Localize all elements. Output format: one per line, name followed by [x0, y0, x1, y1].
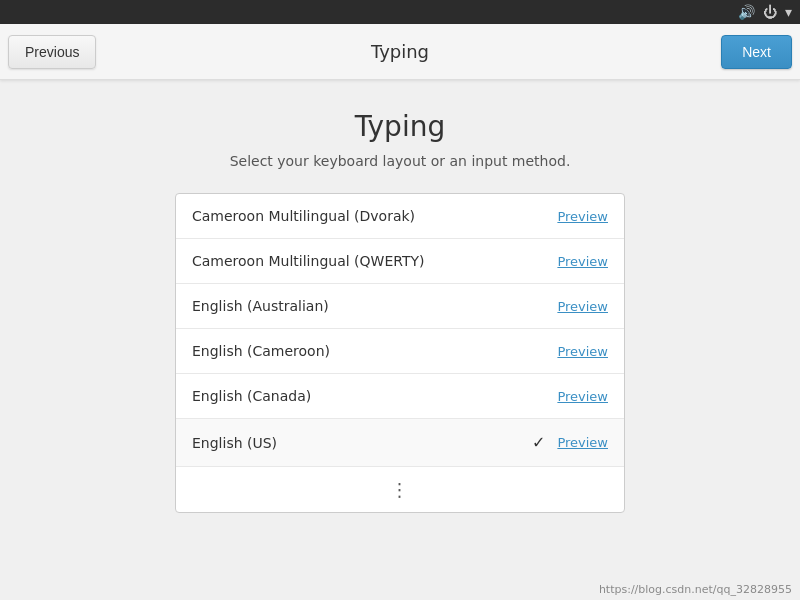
main-content: Typing Select your keyboard layout or an…	[0, 80, 800, 533]
preview-link[interactable]: Preview	[557, 254, 608, 269]
keyboard-name: Cameroon Multilingual (Dvorak)	[192, 208, 415, 224]
keyboard-list-item[interactable]: Cameroon Multilingual (QWERTY)Preview	[176, 239, 624, 284]
preview-link[interactable]: Preview	[557, 389, 608, 404]
page-subtitle: Select your keyboard layout or an input …	[230, 153, 571, 169]
keyboard-name: English (Canada)	[192, 388, 311, 404]
keyboard-list-item[interactable]: English (Australian)Preview	[176, 284, 624, 329]
selected-checkmark-icon: ✓	[532, 433, 545, 452]
keyboard-item-right: Preview	[557, 254, 608, 269]
keyboard-name: English (Australian)	[192, 298, 329, 314]
keyboard-name: Cameroon Multilingual (QWERTY)	[192, 253, 425, 269]
preview-link[interactable]: Preview	[557, 435, 608, 450]
nav-bar: Previous Typing Next	[0, 24, 800, 80]
keyboard-list-item[interactable]: Cameroon Multilingual (Dvorak)Preview	[176, 194, 624, 239]
keyboard-list: Cameroon Multilingual (Dvorak)PreviewCam…	[175, 193, 625, 513]
previous-button[interactable]: Previous	[8, 35, 96, 69]
keyboard-item-right: ✓Preview	[532, 433, 608, 452]
keyboard-list-item[interactable]: English (Cameroon)Preview	[176, 329, 624, 374]
keyboard-name: English (US)	[192, 435, 277, 451]
keyboard-name: English (Cameroon)	[192, 343, 330, 359]
keyboard-list-item[interactable]: English (Canada)Preview	[176, 374, 624, 419]
url-bar: https://blog.csdn.net/qq_32828955	[591, 579, 800, 600]
nav-title: Typing	[371, 41, 429, 62]
preview-link[interactable]: Preview	[557, 209, 608, 224]
more-options-button[interactable]: ⋮	[176, 467, 624, 512]
page-title: Typing	[355, 110, 445, 143]
keyboard-item-right: Preview	[557, 209, 608, 224]
keyboard-item-right: Preview	[557, 344, 608, 359]
keyboard-list-item[interactable]: English (US)✓Preview	[176, 419, 624, 467]
keyboard-item-right: Preview	[557, 389, 608, 404]
system-bar: 🔊 ⏻ ▾	[0, 0, 800, 24]
volume-icon[interactable]: 🔊	[738, 4, 755, 20]
dropdown-icon[interactable]: ▾	[785, 4, 792, 20]
power-icon[interactable]: ⏻	[763, 4, 777, 20]
preview-link[interactable]: Preview	[557, 299, 608, 314]
preview-link[interactable]: Preview	[557, 344, 608, 359]
keyboard-item-right: Preview	[557, 299, 608, 314]
next-button[interactable]: Next	[721, 35, 792, 69]
